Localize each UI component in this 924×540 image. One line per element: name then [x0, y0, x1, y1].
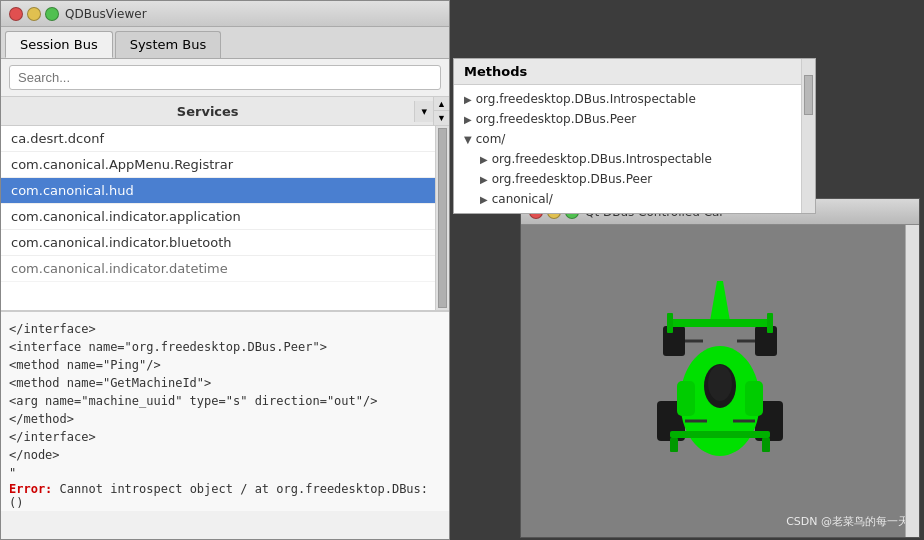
method-label-1: org.freedesktop.DBus.Peer: [476, 112, 637, 126]
car-window: Qt DBus Controlled Car: [520, 198, 920, 538]
services-label: Services: [1, 98, 414, 125]
main-window: QDBusViewer Session Bus System Bus Servi…: [0, 0, 450, 540]
code-line-2: <method name="Ping"/>: [9, 356, 441, 374]
method-item-2[interactable]: ▼ com/: [454, 129, 815, 149]
close-button[interactable]: [9, 7, 23, 21]
car-svg: [655, 271, 785, 491]
tab-system-bus[interactable]: System Bus: [115, 31, 222, 58]
methods-panel: Methods ▶ org.freedesktop.DBus.Introspec…: [453, 58, 816, 214]
tab-session-bus[interactable]: Session Bus: [5, 31, 113, 58]
service-item-3[interactable]: com.canonical.indicator.application: [1, 204, 449, 230]
svg-rect-13: [762, 438, 770, 452]
code-line-6: </interface>: [9, 428, 441, 446]
methods-scrollbar[interactable]: [801, 59, 815, 213]
method-item-3[interactable]: ▶ org.freedesktop.DBus.Introspectable: [454, 149, 815, 169]
services-scroll-down[interactable]: ▼: [434, 111, 449, 125]
method-label-3: org.freedesktop.DBus.Introspectable: [492, 152, 712, 166]
service-item-1[interactable]: com.canonical.AppMenu.Registrar: [1, 152, 449, 178]
service-item-2[interactable]: com.canonical.hud: [1, 178, 449, 204]
method-label-5: canonical/: [492, 192, 553, 206]
tab-bar: Session Bus System Bus: [1, 27, 449, 59]
method-label-2: com/: [476, 132, 506, 146]
error-line: Error: Cannot introspect object / at org…: [9, 482, 441, 510]
window-title: QDBusViewer: [65, 7, 147, 21]
services-scroll-up[interactable]: ▲: [434, 97, 449, 111]
search-input[interactable]: [9, 65, 441, 90]
arrow-icon-3: ▶: [480, 154, 488, 165]
services-list: ca.desrt.dconf com.canonical.AppMenu.Reg…: [1, 126, 449, 311]
code-line-3: <method name="GetMachineId">: [9, 374, 441, 392]
methods-scrollbar-thumb: [804, 75, 813, 115]
svg-rect-3: [755, 326, 777, 356]
code-line-5: </method>: [9, 410, 441, 428]
method-item-1[interactable]: ▶ org.freedesktop.DBus.Peer: [454, 109, 815, 129]
methods-header: Methods: [454, 59, 815, 85]
code-line-0: </interface>: [9, 320, 441, 338]
car-scrollbar[interactable]: [905, 225, 919, 537]
code-line-4: <arg name="machine_uuid" type="s" direct…: [9, 392, 441, 410]
svg-rect-10: [767, 313, 773, 333]
svg-marker-5: [710, 281, 730, 321]
error-label: Error:: [9, 482, 52, 496]
arrow-icon-5: ▶: [480, 194, 488, 205]
svg-point-7: [708, 365, 732, 401]
svg-rect-12: [670, 438, 678, 452]
svg-rect-8: [667, 319, 773, 327]
arrow-icon-0: ▶: [464, 94, 472, 105]
services-header: Services ▾ ▲ ▼: [1, 97, 449, 126]
car-canvas: CSDN @老菜鸟的每一天: [521, 225, 919, 537]
svg-rect-11: [670, 431, 770, 438]
code-line-8: ": [9, 464, 441, 482]
method-label-0: org.freedesktop.DBus.Introspectable: [476, 92, 696, 106]
arrow-icon-2: ▼: [464, 134, 472, 145]
services-dropdown-button[interactable]: ▾: [414, 101, 433, 122]
service-item-4[interactable]: com.canonical.indicator.bluetooth: [1, 230, 449, 256]
methods-tree: ▶ org.freedesktop.DBus.Introspectable ▶ …: [454, 85, 815, 213]
method-item-4[interactable]: ▶ org.freedesktop.DBus.Peer: [454, 169, 815, 189]
svg-rect-9: [667, 313, 673, 333]
window-controls: [9, 7, 59, 21]
method-label-4: org.freedesktop.DBus.Peer: [492, 172, 653, 186]
code-line-7: </node>: [9, 446, 441, 464]
method-item-5[interactable]: ▶ canonical/: [454, 189, 815, 209]
service-item-5[interactable]: com.canonical.indicator.datetime: [1, 256, 449, 282]
service-item-0[interactable]: ca.desrt.dconf: [1, 126, 449, 152]
services-scrollbar[interactable]: [435, 126, 449, 310]
svg-rect-14: [677, 381, 695, 416]
maximize-button[interactable]: [45, 7, 59, 21]
code-area: </interface> <interface name="org.freede…: [1, 311, 449, 511]
scrollbar-thumb: [438, 128, 447, 308]
title-bar: QDBusViewer: [1, 1, 449, 27]
code-line-1: <interface name="org.freedesktop.DBus.Pe…: [9, 338, 441, 356]
car-watermark: CSDN @老菜鸟的每一天: [786, 514, 909, 529]
minimize-button[interactable]: [27, 7, 41, 21]
arrow-icon-1: ▶: [464, 114, 472, 125]
svg-rect-2: [663, 326, 685, 356]
arrow-icon-4: ▶: [480, 174, 488, 185]
error-message: Cannot introspect object / at org.freede…: [9, 482, 428, 510]
svg-rect-15: [745, 381, 763, 416]
method-item-0[interactable]: ▶ org.freedesktop.DBus.Introspectable: [454, 89, 815, 109]
search-bar: [1, 59, 449, 97]
